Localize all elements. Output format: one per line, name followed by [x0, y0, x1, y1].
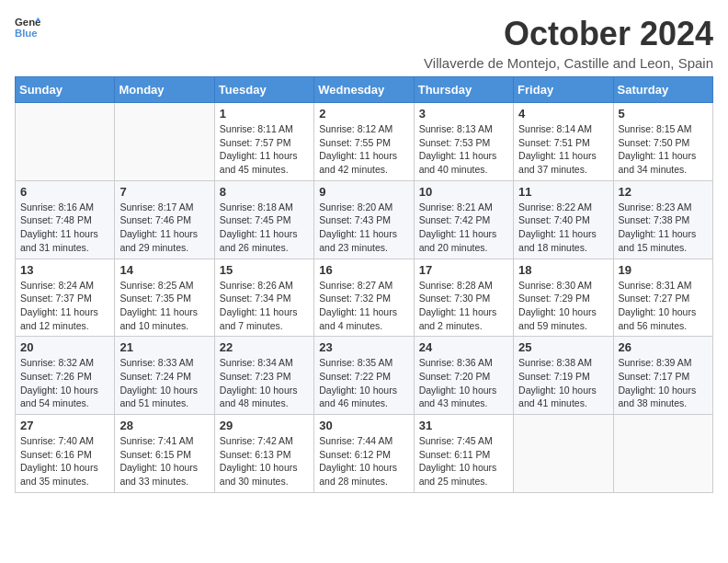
- day-number: 6: [20, 185, 109, 199]
- day-number: 27: [20, 419, 109, 432]
- day-number: 20: [20, 340, 109, 354]
- day-number: 30: [319, 419, 408, 432]
- calendar-cell: [16, 103, 115, 181]
- calendar-cell: 16Sunrise: 8:27 AM Sunset: 7:32 PM Dayli…: [314, 259, 414, 337]
- day-info: Sunrise: 8:27 AM Sunset: 7:32 PM Dayligh…: [319, 279, 408, 333]
- day-info: Sunrise: 8:34 AM Sunset: 7:23 PM Dayligh…: [220, 356, 309, 410]
- calendar-cell: 28Sunrise: 7:41 AM Sunset: 6:15 PM Dayli…: [115, 415, 214, 493]
- day-number: 4: [518, 107, 608, 121]
- day-info: Sunrise: 8:28 AM Sunset: 7:30 PM Dayligh…: [419, 279, 508, 333]
- calendar-cell: 26Sunrise: 8:39 AM Sunset: 7:17 PM Dayli…: [613, 337, 712, 415]
- day-info: Sunrise: 7:45 AM Sunset: 6:11 PM Dayligh…: [419, 434, 508, 488]
- calendar-week-2: 6Sunrise: 8:16 AM Sunset: 7:48 PM Daylig…: [16, 180, 713, 259]
- calendar-cell: 3Sunrise: 8:13 AM Sunset: 7:53 PM Daylig…: [414, 103, 513, 181]
- day-number: 14: [119, 263, 209, 277]
- day-info: Sunrise: 8:21 AM Sunset: 7:42 PM Dayligh…: [419, 201, 508, 255]
- logo-icon: General Blue: [15, 15, 40, 40]
- day-number: 25: [518, 340, 608, 354]
- calendar-cell: 27Sunrise: 7:40 AM Sunset: 6:16 PM Dayli…: [16, 415, 115, 493]
- day-info: Sunrise: 8:39 AM Sunset: 7:17 PM Dayligh…: [619, 356, 708, 410]
- day-info: Sunrise: 7:44 AM Sunset: 6:12 PM Dayligh…: [319, 434, 408, 488]
- calendar-cell: 8Sunrise: 8:18 AM Sunset: 7:45 PM Daylig…: [214, 180, 313, 259]
- day-info: Sunrise: 8:25 AM Sunset: 7:35 PM Dayligh…: [119, 279, 209, 333]
- day-number: 17: [419, 263, 508, 277]
- weekday-header-sunday: Sunday: [16, 77, 115, 103]
- calendar-cell: 22Sunrise: 8:34 AM Sunset: 7:23 PM Dayli…: [214, 337, 313, 415]
- day-number: 13: [20, 263, 109, 277]
- calendar-cell: 29Sunrise: 7:42 AM Sunset: 6:13 PM Dayli…: [214, 415, 313, 493]
- calendar-cell: 30Sunrise: 7:44 AM Sunset: 6:12 PM Dayli…: [314, 415, 414, 493]
- calendar-cell: 10Sunrise: 8:21 AM Sunset: 7:42 PM Dayli…: [414, 180, 513, 259]
- logo: General Blue: [15, 15, 40, 40]
- day-number: 29: [220, 419, 309, 432]
- weekday-header-friday: Friday: [514, 77, 613, 103]
- day-number: 24: [419, 340, 508, 354]
- day-info: Sunrise: 8:32 AM Sunset: 7:26 PM Dayligh…: [20, 356, 109, 410]
- day-info: Sunrise: 7:42 AM Sunset: 6:13 PM Dayligh…: [220, 434, 309, 488]
- day-info: Sunrise: 7:40 AM Sunset: 6:16 PM Dayligh…: [20, 434, 109, 488]
- day-number: 3: [419, 107, 508, 121]
- day-info: Sunrise: 8:16 AM Sunset: 7:48 PM Dayligh…: [20, 201, 109, 255]
- day-info: Sunrise: 8:15 AM Sunset: 7:50 PM Dayligh…: [619, 122, 708, 177]
- calendar-week-3: 13Sunrise: 8:24 AM Sunset: 7:37 PM Dayli…: [16, 259, 713, 337]
- day-info: Sunrise: 8:12 AM Sunset: 7:55 PM Dayligh…: [319, 122, 408, 177]
- day-info: Sunrise: 8:22 AM Sunset: 7:40 PM Dayligh…: [518, 201, 608, 255]
- day-number: 9: [319, 185, 408, 199]
- calendar-week-4: 20Sunrise: 8:32 AM Sunset: 7:26 PM Dayli…: [16, 337, 713, 415]
- day-number: 18: [518, 263, 608, 277]
- day-info: Sunrise: 8:14 AM Sunset: 7:51 PM Dayligh…: [518, 122, 608, 177]
- month-year-title: October 2024: [424, 15, 713, 53]
- day-number: 26: [619, 340, 708, 354]
- calendar-table: SundayMondayTuesdayWednesdayThursdayFrid…: [15, 76, 713, 493]
- day-number: 21: [119, 340, 209, 354]
- calendar-cell: [514, 415, 613, 493]
- day-number: 19: [619, 263, 708, 277]
- calendar-cell: 19Sunrise: 8:31 AM Sunset: 7:27 PM Dayli…: [613, 259, 712, 337]
- weekday-header-monday: Monday: [115, 77, 214, 103]
- calendar-week-5: 27Sunrise: 7:40 AM Sunset: 6:16 PM Dayli…: [16, 415, 713, 493]
- day-number: 16: [319, 263, 408, 277]
- day-info: Sunrise: 8:38 AM Sunset: 7:19 PM Dayligh…: [518, 356, 608, 410]
- day-info: Sunrise: 8:20 AM Sunset: 7:43 PM Dayligh…: [319, 201, 408, 255]
- calendar-cell: 25Sunrise: 8:38 AM Sunset: 7:19 PM Dayli…: [514, 337, 613, 415]
- calendar-cell: 2Sunrise: 8:12 AM Sunset: 7:55 PM Daylig…: [314, 103, 414, 181]
- day-info: Sunrise: 8:35 AM Sunset: 7:22 PM Dayligh…: [319, 356, 408, 410]
- calendar-cell: 21Sunrise: 8:33 AM Sunset: 7:24 PM Dayli…: [115, 337, 214, 415]
- day-number: 22: [220, 340, 309, 354]
- calendar-cell: 20Sunrise: 8:32 AM Sunset: 7:26 PM Dayli…: [16, 337, 115, 415]
- day-number: 11: [518, 185, 608, 199]
- day-info: Sunrise: 8:36 AM Sunset: 7:20 PM Dayligh…: [419, 356, 508, 410]
- calendar-cell: 31Sunrise: 7:45 AM Sunset: 6:11 PM Dayli…: [414, 415, 513, 493]
- day-number: 8: [220, 185, 309, 199]
- svg-text:General: General: [15, 17, 40, 28]
- day-info: Sunrise: 8:17 AM Sunset: 7:46 PM Dayligh…: [119, 201, 209, 255]
- svg-text:Blue: Blue: [15, 28, 38, 39]
- page-header: General Blue October 2024 Villaverde de …: [15, 15, 713, 71]
- calendar-cell: 15Sunrise: 8:26 AM Sunset: 7:34 PM Dayli…: [214, 259, 313, 337]
- day-number: 5: [619, 107, 708, 121]
- day-number: 15: [220, 263, 309, 277]
- day-info: Sunrise: 8:13 AM Sunset: 7:53 PM Dayligh…: [419, 122, 508, 177]
- weekday-header-thursday: Thursday: [414, 77, 513, 103]
- calendar-cell: 4Sunrise: 8:14 AM Sunset: 7:51 PM Daylig…: [514, 103, 613, 181]
- day-info: Sunrise: 8:31 AM Sunset: 7:27 PM Dayligh…: [619, 279, 708, 333]
- calendar-cell: 7Sunrise: 8:17 AM Sunset: 7:46 PM Daylig…: [115, 180, 214, 259]
- day-number: 7: [119, 185, 209, 199]
- calendar-cell: 13Sunrise: 8:24 AM Sunset: 7:37 PM Dayli…: [16, 259, 115, 337]
- day-info: Sunrise: 8:33 AM Sunset: 7:24 PM Dayligh…: [119, 356, 209, 410]
- title-block: October 2024 Villaverde de Montejo, Cast…: [424, 15, 713, 71]
- day-info: Sunrise: 7:41 AM Sunset: 6:15 PM Dayligh…: [119, 434, 209, 488]
- calendar-cell: 5Sunrise: 8:15 AM Sunset: 7:50 PM Daylig…: [613, 103, 712, 181]
- location-subtitle: Villaverde de Montejo, Castille and Leon…: [424, 55, 713, 71]
- calendar-cell: 18Sunrise: 8:30 AM Sunset: 7:29 PM Dayli…: [514, 259, 613, 337]
- day-number: 12: [619, 185, 708, 199]
- day-number: 23: [319, 340, 408, 354]
- day-number: 31: [419, 419, 508, 432]
- calendar-cell: 1Sunrise: 8:11 AM Sunset: 7:57 PM Daylig…: [214, 103, 313, 181]
- calendar-cell: 23Sunrise: 8:35 AM Sunset: 7:22 PM Dayli…: [314, 337, 414, 415]
- calendar-cell: 12Sunrise: 8:23 AM Sunset: 7:38 PM Dayli…: [613, 180, 712, 259]
- day-info: Sunrise: 8:26 AM Sunset: 7:34 PM Dayligh…: [220, 279, 309, 333]
- day-info: Sunrise: 8:18 AM Sunset: 7:45 PM Dayligh…: [220, 201, 309, 255]
- calendar-cell: [115, 103, 214, 181]
- calendar-cell: 17Sunrise: 8:28 AM Sunset: 7:30 PM Dayli…: [414, 259, 513, 337]
